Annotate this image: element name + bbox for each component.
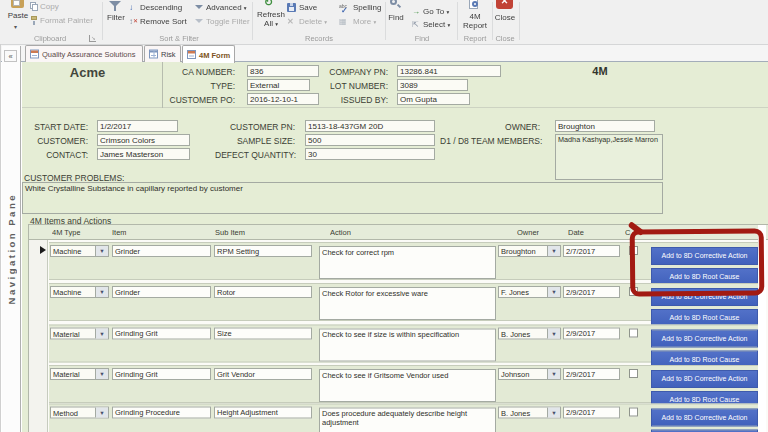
filter-button[interactable]: Filter: [102, 12, 130, 22]
complete-checkbox[interactable]: [629, 369, 638, 378]
action-field[interactable]: Check to see if Gritsome Vendor used: [319, 369, 496, 402]
date-field[interactable]: 2/7/2017: [563, 245, 620, 257]
chevron-down-icon[interactable]: ▼: [547, 329, 560, 339]
sub-item-field[interactable]: RPM Setting: [214, 245, 312, 257]
action-field[interactable]: Check Rotor for excessive ware: [319, 287, 496, 320]
add-to-8d-corrective-action-button[interactable]: Add to 8D Corrective Action: [651, 409, 758, 427]
save-button[interactable]: Save: [299, 3, 317, 12]
tab-quality-assurance-solutions[interactable]: Quality Assurance Solutions: [25, 45, 143, 62]
customer-field[interactable]: Crimson Colors: [97, 134, 190, 146]
clipboard-group-label: Clipboard: [0, 34, 100, 43]
spelling-button[interactable]: Spelling: [353, 3, 381, 12]
4m-type-combo[interactable]: Machine▼: [50, 245, 109, 257]
tab-4m-form[interactable]: 4M Form: [182, 45, 235, 63]
complete-checkbox[interactable]: [629, 329, 638, 338]
chevron-down-icon[interactable]: ▼: [95, 246, 108, 256]
customer-problems-field[interactable]: White Crystalline Substance in capillary…: [22, 182, 663, 214]
find-group-label: Find: [388, 34, 456, 43]
action-field[interactable]: Check for correct rpm: [319, 246, 496, 279]
customer-pn-field[interactable]: 1513-18-437GM 20D: [305, 120, 435, 132]
advanced-button[interactable]: Advanced ▾: [206, 3, 247, 12]
sub-item-field[interactable]: Size: [214, 328, 312, 340]
complete-checkbox[interactable]: [629, 408, 638, 417]
sub-item-field[interactable]: Height Adjustment: [214, 407, 312, 419]
4m-type-combo[interactable]: Material▼: [50, 368, 109, 380]
item-field[interactable]: Grinder: [112, 286, 211, 298]
lot-number-field[interactable]: 3089: [397, 79, 468, 91]
sub-item-field[interactable]: Grit Vendor: [214, 368, 312, 380]
customer-po-field[interactable]: 2016-12-10-1: [247, 93, 319, 105]
tab-risk[interactable]: Risk: [144, 45, 181, 62]
delete-button[interactable]: Delete ▾: [299, 17, 327, 26]
issued-by-field[interactable]: Om Gupta: [397, 93, 470, 105]
tab-label: 4M Form: [199, 50, 230, 59]
action-field[interactable]: Check to see if size is within specifica…: [319, 329, 496, 362]
item-field[interactable]: Grinding Grit: [112, 328, 211, 340]
goto-button[interactable]: Go To ▾: [423, 7, 449, 16]
team-members-field[interactable]: Madha Kashyap,Jessie Marron: [555, 134, 663, 180]
owner-combo[interactable]: F. Jones▼: [498, 286, 561, 298]
customer-label: CUSTOMER:: [28, 136, 88, 146]
contact-field[interactable]: James Masterson: [97, 148, 190, 160]
4m-type-combo[interactable]: Machine▼: [50, 286, 109, 298]
descending-button[interactable]: Descending: [140, 3, 182, 12]
remove-sort-button[interactable]: Remove Sort: [140, 17, 187, 26]
owner-combo[interactable]: Johnson▼: [498, 368, 561, 380]
paste-button[interactable]: Paste: [3, 10, 33, 20]
add-to-8d-corrective-action-button[interactable]: Add to 8D Corrective Action: [651, 330, 758, 348]
chevron-down-icon[interactable]: ▼: [95, 329, 108, 339]
item-field[interactable]: Grinding Grit: [112, 368, 211, 380]
copy-button[interactable]: Copy: [40, 2, 59, 11]
ca-number-field[interactable]: 836: [247, 65, 319, 77]
owner-combo[interactable]: B. Jones▼: [498, 407, 561, 419]
toggle-filter-button[interactable]: Toggle Filter: [206, 17, 250, 26]
date-field[interactable]: 2/9/2017: [563, 286, 620, 298]
record-selector-column: [29, 240, 48, 432]
sample-size-field[interactable]: 500: [305, 134, 435, 146]
type-field[interactable]: External: [247, 79, 310, 91]
find-button[interactable]: Find: [384, 12, 408, 22]
save-icon: [287, 3, 296, 12]
select-button[interactable]: Select ▾: [423, 20, 450, 29]
add-to-8d-corrective-action-button[interactable]: Add to 8D Corrective Action: [651, 370, 758, 388]
chevron-down-icon[interactable]: ▼: [95, 408, 108, 418]
defect-quantity-label: DEFECT QUANTITY:: [215, 150, 295, 160]
company-pn-label: COMPANY PN:: [318, 67, 388, 77]
refresh-all-button[interactable]: RefreshAll ▾: [252, 9, 290, 29]
report-button[interactable]: 4MReport: [459, 11, 491, 30]
date-field[interactable]: 2/9/2017: [563, 368, 620, 380]
4m-type-combo[interactable]: Method▼: [50, 407, 109, 419]
chevron-down-icon[interactable]: ▼: [547, 369, 560, 379]
action-field[interactable]: Does procedure adequately describe heigh…: [319, 408, 496, 432]
find-icon: [390, 0, 401, 10]
item-field[interactable]: Grinding Procedure: [112, 407, 211, 419]
close-button[interactable]: Close: [492, 12, 518, 22]
defect-quantity-field[interactable]: 30: [305, 148, 435, 160]
company-pn-field[interactable]: 13286.841: [397, 65, 501, 77]
chevron-down-icon[interactable]: ▼: [95, 287, 108, 297]
chevron-down-icon[interactable]: ▼: [95, 369, 108, 379]
date-field[interactable]: 2/9/2017: [563, 407, 620, 419]
format-painter-icon: [30, 16, 38, 25]
owner-label: OWNER:: [450, 122, 540, 132]
annotation-red-box: [630, 228, 765, 296]
date-field[interactable]: 2/9/2017: [563, 328, 620, 340]
chevron-down-icon[interactable]: ▼: [547, 246, 560, 256]
sub-item-field[interactable]: Rotor: [214, 286, 312, 298]
start-date-field[interactable]: 1/2/2017: [97, 120, 178, 132]
chevron-down-icon[interactable]: ▼: [547, 287, 560, 297]
chevron-down-icon[interactable]: ▼: [547, 408, 560, 418]
nav-pane-expand-button[interactable]: «: [4, 50, 17, 62]
clipboard-dialog-launcher-icon[interactable]: ↘: [89, 35, 96, 42]
format-painter-button[interactable]: Format Painter: [40, 16, 93, 25]
paste-dropdown-arrow[interactable]: ▾: [14, 23, 17, 31]
item-field[interactable]: Grinder: [112, 245, 211, 257]
owner-combo[interactable]: B. Jones▼: [498, 328, 561, 340]
customer-pn-label: CUSTOMER PN:: [215, 122, 295, 132]
4m-type-combo[interactable]: Material▼: [50, 328, 109, 340]
more-button[interactable]: More ▾: [353, 17, 376, 26]
delete-icon: ✕: [287, 17, 294, 25]
navigation-pane-collapsed[interactable]: « Navigation Pane: [2, 46, 21, 432]
owner-field[interactable]: Broughton: [555, 120, 655, 132]
owner-combo[interactable]: Broughton▼: [498, 245, 561, 257]
